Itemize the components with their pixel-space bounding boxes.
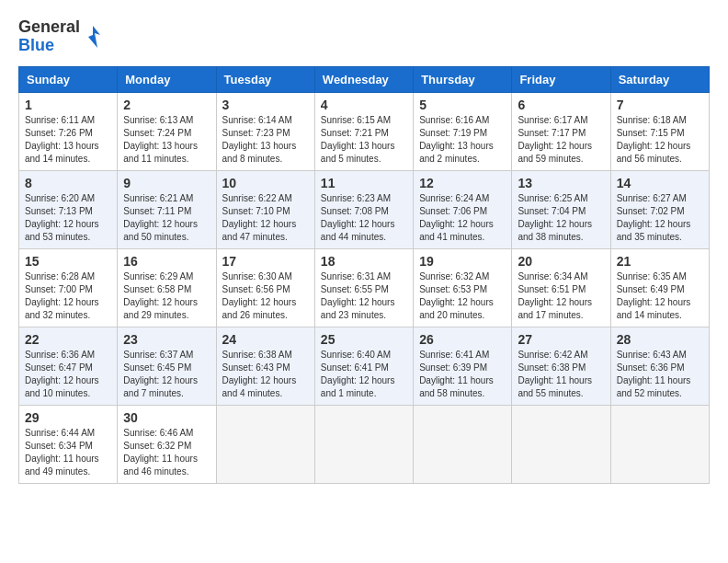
day-info: Sunrise: 6:46 AMSunset: 6:32 PMDaylight:… [123,427,210,478]
day-number: 20 [518,254,604,269]
day-info: Sunrise: 6:16 AMSunset: 7:19 PMDaylight:… [419,114,506,166]
calendar-cell: 21 Sunrise: 6:35 AMSunset: 6:49 PMDaylig… [610,248,709,327]
day-info: Sunrise: 6:41 AMSunset: 6:39 PMDaylight:… [419,349,506,400]
logo-line2: Blue [18,37,80,55]
calendar-cell: 26 Sunrise: 6:41 AMSunset: 6:39 PMDaylig… [414,327,512,405]
day-number: 19 [419,254,506,269]
calendar-cell: 5 Sunrise: 6:16 AMSunset: 7:19 PMDayligh… [414,92,512,170]
day-number: 2 [123,98,210,112]
calendar-cell: 9 Sunrise: 6:21 AMSunset: 7:11 PMDayligh… [118,170,216,248]
weekday-header: Sunday [19,66,118,92]
weekday-header: Wednesday [314,66,413,92]
weekday-header-row: SundayMondayTuesdayWednesdayThursdayFrid… [19,66,710,92]
day-number: 6 [518,98,604,112]
day-number: 3 [222,98,309,112]
calendar-cell: 10 Sunrise: 6:22 AMSunset: 7:10 PMDaylig… [216,170,314,248]
calendar-cell: 30 Sunrise: 6:46 AMSunset: 6:32 PMDaylig… [118,405,216,483]
svg-marker-0 [88,26,100,48]
day-info: Sunrise: 6:24 AMSunset: 7:06 PMDaylight:… [419,192,506,244]
day-number: 17 [222,254,309,269]
day-info: Sunrise: 6:35 AMSunset: 6:49 PMDaylight:… [617,270,703,322]
calendar: SundayMondayTuesdayWednesdayThursdayFrid… [18,66,710,484]
logo-arrow-icon [84,24,102,50]
day-number: 14 [617,176,703,190]
day-info: Sunrise: 6:38 AMSunset: 6:43 PMDaylight:… [222,349,309,400]
calendar-cell: 23 Sunrise: 6:37 AMSunset: 6:45 PMDaylig… [118,327,216,405]
day-info: Sunrise: 6:25 AMSunset: 7:04 PMDaylight:… [518,192,604,244]
day-number: 1 [25,98,111,112]
day-number: 24 [222,332,309,347]
day-info: Sunrise: 6:42 AMSunset: 6:38 PMDaylight:… [518,349,604,400]
day-info: Sunrise: 6:11 AMSunset: 7:26 PMDaylight:… [25,114,111,166]
day-number: 30 [123,410,210,425]
day-number: 16 [123,254,210,269]
day-info: Sunrise: 6:43 AMSunset: 6:36 PMDaylight:… [617,349,703,400]
calendar-cell: 27 Sunrise: 6:42 AMSunset: 6:38 PMDaylig… [512,327,610,405]
calendar-cell-empty [610,405,709,483]
calendar-cell: 1 Sunrise: 6:11 AMSunset: 7:26 PMDayligh… [19,92,118,170]
logo: General Blue [18,18,102,55]
calendar-cell: 13 Sunrise: 6:25 AMSunset: 7:04 PMDaylig… [512,170,610,248]
calendar-cell: 6 Sunrise: 6:17 AMSunset: 7:17 PMDayligh… [512,92,610,170]
calendar-cell: 3 Sunrise: 6:14 AMSunset: 7:23 PMDayligh… [216,92,314,170]
calendar-cell-empty [512,405,610,483]
day-number: 10 [222,176,309,190]
weekday-header: Saturday [610,66,709,92]
day-number: 7 [617,98,703,112]
day-number: 22 [25,332,111,347]
calendar-cell: 29 Sunrise: 6:44 AMSunset: 6:34 PMDaylig… [19,405,118,483]
calendar-cell: 7 Sunrise: 6:18 AMSunset: 7:15 PMDayligh… [610,92,709,170]
day-info: Sunrise: 6:22 AMSunset: 7:10 PMDaylight:… [222,192,309,244]
day-info: Sunrise: 6:17 AMSunset: 7:17 PMDaylight:… [518,114,604,166]
page-header: General Blue [18,18,710,55]
calendar-cell-empty [216,405,314,483]
weekday-header: Tuesday [216,66,314,92]
day-number: 28 [617,332,703,347]
weekday-header: Thursday [414,66,512,92]
day-info: Sunrise: 6:44 AMSunset: 6:34 PMDaylight:… [25,427,111,478]
calendar-cell: 18 Sunrise: 6:31 AMSunset: 6:55 PMDaylig… [314,248,413,327]
calendar-cell: 22 Sunrise: 6:36 AMSunset: 6:47 PMDaylig… [19,327,118,405]
day-number: 11 [321,176,407,190]
calendar-cell: 16 Sunrise: 6:29 AMSunset: 6:58 PMDaylig… [118,248,216,327]
day-number: 27 [518,332,604,347]
weekday-header: Monday [118,66,216,92]
day-info: Sunrise: 6:34 AMSunset: 6:51 PMDaylight:… [518,270,604,322]
day-number: 26 [419,332,506,347]
calendar-cell: 19 Sunrise: 6:32 AMSunset: 6:53 PMDaylig… [414,248,512,327]
day-info: Sunrise: 6:32 AMSunset: 6:53 PMDaylight:… [419,270,506,322]
day-info: Sunrise: 6:13 AMSunset: 7:24 PMDaylight:… [123,114,210,166]
day-info: Sunrise: 6:31 AMSunset: 6:55 PMDaylight:… [321,270,407,322]
day-info: Sunrise: 6:20 AMSunset: 7:13 PMDaylight:… [25,192,111,244]
logo-text: General Blue [18,18,80,55]
day-number: 15 [25,254,111,269]
calendar-cell: 8 Sunrise: 6:20 AMSunset: 7:13 PMDayligh… [19,170,118,248]
day-info: Sunrise: 6:14 AMSunset: 7:23 PMDaylight:… [222,114,309,166]
day-info: Sunrise: 6:40 AMSunset: 6:41 PMDaylight:… [321,349,407,400]
calendar-cell: 17 Sunrise: 6:30 AMSunset: 6:56 PMDaylig… [216,248,314,327]
day-number: 13 [518,176,604,190]
day-number: 4 [321,98,407,112]
day-number: 12 [419,176,506,190]
calendar-cell: 24 Sunrise: 6:38 AMSunset: 6:43 PMDaylig… [216,327,314,405]
day-number: 9 [123,176,210,190]
day-info: Sunrise: 6:15 AMSunset: 7:21 PMDaylight:… [321,114,407,166]
day-info: Sunrise: 6:36 AMSunset: 6:47 PMDaylight:… [25,349,111,400]
day-info: Sunrise: 6:37 AMSunset: 6:45 PMDaylight:… [123,349,210,400]
calendar-cell: 2 Sunrise: 6:13 AMSunset: 7:24 PMDayligh… [118,92,216,170]
calendar-cell: 11 Sunrise: 6:23 AMSunset: 7:08 PMDaylig… [314,170,413,248]
day-info: Sunrise: 6:28 AMSunset: 7:00 PMDaylight:… [25,270,111,322]
day-number: 29 [25,410,111,425]
calendar-cell: 28 Sunrise: 6:43 AMSunset: 6:36 PMDaylig… [610,327,709,405]
day-number: 5 [419,98,506,112]
day-info: Sunrise: 6:23 AMSunset: 7:08 PMDaylight:… [321,192,407,244]
calendar-cell-empty [314,405,413,483]
day-number: 23 [123,332,210,347]
calendar-cell: 20 Sunrise: 6:34 AMSunset: 6:51 PMDaylig… [512,248,610,327]
day-number: 25 [321,332,407,347]
weekday-header: Friday [512,66,610,92]
day-number: 21 [617,254,703,269]
day-number: 8 [25,176,111,190]
day-info: Sunrise: 6:30 AMSunset: 6:56 PMDaylight:… [222,270,309,322]
calendar-cell: 25 Sunrise: 6:40 AMSunset: 6:41 PMDaylig… [314,327,413,405]
